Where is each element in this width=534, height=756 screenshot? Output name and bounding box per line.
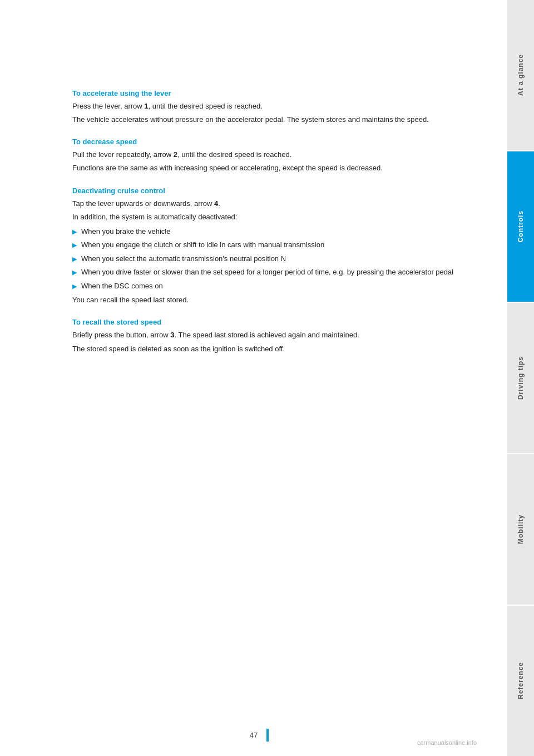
page-container: To accelerate using the lever Press the …: [0, 0, 534, 756]
para-decrease-1: Pull the lever repeatedly, arrow 2, unti…: [72, 149, 474, 160]
sidebar-item-reference[interactable]: Reference: [507, 606, 534, 756]
page-number-bar: [266, 729, 269, 742]
sidebar-label-reference: Reference: [517, 662, 525, 699]
sidebar-label-driving-tips: Driving tips: [517, 356, 525, 400]
bullet-text: When the DSC comes on: [81, 281, 163, 292]
sidebar-label-controls: Controls: [517, 210, 525, 242]
para-accelerate-1: Press the lever, arrow 1, until the desi…: [72, 101, 474, 112]
sidebar-item-controls[interactable]: Controls: [507, 151, 534, 302]
page-number-area: 47: [0, 731, 507, 739]
bullet-text: When you select the automatic transmissi…: [81, 253, 286, 264]
para-recall-1: Briefly press the button, arrow 3. The s…: [72, 330, 474, 341]
bold-4: 4: [214, 199, 218, 208]
section-body-recall: Briefly press the button, arrow 3. The s…: [72, 330, 474, 354]
bold-3: 3: [170, 331, 174, 339]
page-number: 47: [250, 731, 258, 739]
main-content: To accelerate using the lever Press the …: [0, 0, 507, 756]
sidebar-label-at-a-glance: At a glance: [517, 54, 525, 96]
para-decrease-2: Functions are the same as with increasin…: [72, 163, 474, 174]
para-deactivate-2: In addition, the system is automatically…: [72, 212, 474, 223]
list-item: ▶ When you brake the vehicle: [72, 226, 474, 237]
bullet-arrow-icon: ▶: [72, 282, 77, 291]
list-item: ▶ When you engage the clutch or shift to…: [72, 239, 474, 251]
bullet-text: When you brake the vehicle: [81, 226, 170, 237]
list-item: ▶ When the DSC comes on: [72, 281, 474, 292]
section-body-decrease: Pull the lever repeatedly, arrow 2, unti…: [72, 149, 474, 174]
para-accelerate-2: The vehicle accelerates without pressure…: [72, 114, 474, 125]
bullet-arrow-icon: ▶: [72, 227, 77, 237]
sidebar-label-mobility: Mobility: [517, 514, 525, 544]
active-bar: [507, 151, 510, 302]
section-body-accelerate: Press the lever, arrow 1, until the desi…: [72, 101, 474, 125]
bullet-arrow-icon: ▶: [72, 254, 77, 264]
recall-note: You can recall the speed last stored.: [72, 294, 474, 306]
section-title-recall: To recall the stored speed: [72, 318, 474, 326]
sidebar-item-driving-tips[interactable]: Driving tips: [507, 303, 534, 453]
list-item: ▶ When you select the automatic transmis…: [72, 253, 474, 264]
sidebar-item-at-a-glance[interactable]: At a glance: [507, 0, 534, 150]
watermark: carmanualsonline.info: [417, 739, 477, 746]
bullet-list-deactivate: ▶ When you brake the vehicle ▶ When you …: [72, 226, 474, 292]
para-deactivate-1: Tap the lever upwards or downwards, arro…: [72, 198, 474, 209]
bold-1: 1: [144, 102, 148, 110]
bullet-arrow-icon: ▶: [72, 240, 77, 250]
bullet-text: When you drive faster or slower than the…: [81, 267, 453, 278]
bullet-text: When you engage the clutch or shift to i…: [81, 239, 324, 251]
section-title-accelerate: To accelerate using the lever: [72, 89, 474, 97]
section-deactivating: Deactivating cruise control Tap the leve…: [72, 186, 474, 306]
sidebar: At a glance Controls Driving tips Mobili…: [507, 0, 534, 756]
section-title-deactivating: Deactivating cruise control: [72, 186, 474, 195]
bold-2: 2: [174, 150, 177, 159]
page-number-text: 47: [250, 731, 258, 739]
section-recall-speed: To recall the stored speed Briefly press…: [72, 318, 474, 354]
section-title-decrease: To decrease speed: [72, 138, 474, 146]
section-body-deactivating: Tap the lever upwards or downwards, arro…: [72, 198, 474, 306]
section-decrease-speed: To decrease speed Pull the lever repeate…: [72, 138, 474, 174]
bullet-arrow-icon: ▶: [72, 268, 77, 277]
para-recall-2: The stored speed is deleted as soon as t…: [72, 343, 474, 355]
sidebar-item-mobility[interactable]: Mobility: [507, 454, 534, 605]
list-item: ▶ When you drive faster or slower than t…: [72, 267, 474, 278]
section-accelerate-lever: To accelerate using the lever Press the …: [72, 89, 474, 125]
